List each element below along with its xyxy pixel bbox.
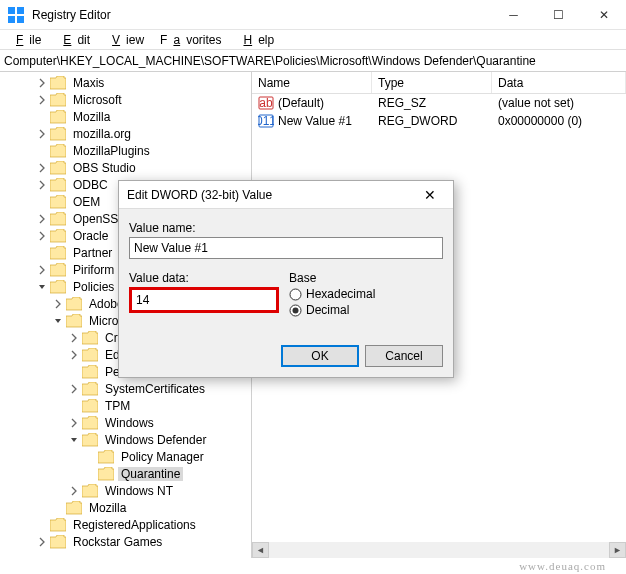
folder-icon bbox=[66, 314, 82, 328]
tree-node[interactable]: Windows Defender bbox=[0, 431, 251, 448]
tree-node[interactable]: Maxis bbox=[0, 74, 251, 91]
svg-point-10 bbox=[293, 307, 299, 313]
tree-node[interactable]: MozillaPlugins bbox=[0, 142, 251, 159]
tree-label: Policies bbox=[70, 280, 117, 294]
expand-closed-icon[interactable] bbox=[36, 213, 48, 225]
tree-node[interactable]: Microsoft bbox=[0, 91, 251, 108]
tree-label: Rockstar Games bbox=[70, 535, 165, 549]
tree-spacer bbox=[52, 502, 64, 514]
expand-closed-icon[interactable] bbox=[68, 485, 80, 497]
menu-help[interactable]: Help bbox=[231, 31, 280, 49]
expand-closed-icon[interactable] bbox=[36, 162, 48, 174]
expand-open-icon[interactable] bbox=[36, 281, 48, 293]
menu-edit[interactable]: Edit bbox=[51, 31, 96, 49]
tree-spacer bbox=[68, 366, 80, 378]
expand-closed-icon[interactable] bbox=[36, 128, 48, 140]
scroll-left-icon[interactable]: ◄ bbox=[252, 542, 269, 558]
svg-rect-1 bbox=[17, 7, 24, 14]
expand-closed-icon[interactable] bbox=[68, 417, 80, 429]
folder-icon bbox=[98, 467, 114, 481]
horizontal-scrollbar[interactable]: ◄ ► bbox=[252, 542, 626, 558]
expand-closed-icon[interactable] bbox=[52, 298, 64, 310]
tree-node[interactable]: Rockstar Games bbox=[0, 533, 251, 550]
reg-sz-icon: ab bbox=[258, 95, 274, 111]
list-row[interactable]: 011New Value #1REG_DWORD0x00000000 (0) bbox=[252, 112, 626, 130]
tree-node[interactable]: Quarantine bbox=[0, 465, 251, 482]
svg-rect-3 bbox=[17, 16, 24, 23]
expand-closed-icon[interactable] bbox=[36, 179, 48, 191]
address-bar[interactable]: Computer\HKEY_LOCAL_MACHINE\SOFTWARE\Pol… bbox=[0, 50, 626, 72]
menu-favorites[interactable]: Favorites bbox=[154, 31, 227, 49]
dialog-close-button[interactable]: ✕ bbox=[415, 187, 445, 203]
tree-label: TPM bbox=[102, 399, 133, 413]
expand-closed-icon[interactable] bbox=[68, 383, 80, 395]
tree-node[interactable]: Windows bbox=[0, 414, 251, 431]
menu-file[interactable]: File bbox=[4, 31, 47, 49]
tree-node[interactable]: Windows NT bbox=[0, 482, 251, 499]
tree-node[interactable]: RegisteredApplications bbox=[0, 516, 251, 533]
folder-icon bbox=[82, 484, 98, 498]
tree-label: Windows bbox=[102, 416, 157, 430]
folder-icon bbox=[50, 144, 66, 158]
tree-spacer bbox=[36, 145, 48, 157]
window-title: Registry Editor bbox=[32, 8, 491, 22]
expand-closed-icon[interactable] bbox=[36, 77, 48, 89]
tree-node[interactable]: Mozilla bbox=[0, 499, 251, 516]
ok-button[interactable]: OK bbox=[281, 345, 359, 367]
tree-label: RegisteredApplications bbox=[70, 518, 199, 532]
folder-icon bbox=[50, 280, 66, 294]
radio-hexadecimal[interactable]: Hexadecimal bbox=[289, 287, 443, 301]
folder-icon bbox=[50, 76, 66, 90]
tree-spacer bbox=[36, 111, 48, 123]
tree-node[interactable]: Policy Manager bbox=[0, 448, 251, 465]
maximize-button[interactable]: ☐ bbox=[536, 0, 581, 30]
value-name-label: Value name: bbox=[129, 221, 443, 235]
radio-checked-icon bbox=[289, 304, 302, 317]
tree-node[interactable]: SystemCertificates bbox=[0, 380, 251, 397]
expand-open-icon[interactable] bbox=[68, 434, 80, 446]
column-data[interactable]: Data bbox=[492, 72, 626, 93]
value-data-input[interactable] bbox=[129, 287, 279, 313]
folder-icon bbox=[50, 161, 66, 175]
close-button[interactable]: ✕ bbox=[581, 0, 626, 30]
scroll-right-icon[interactable]: ► bbox=[609, 542, 626, 558]
expand-closed-icon[interactable] bbox=[36, 536, 48, 548]
base-label: Base bbox=[289, 271, 443, 285]
tree-node[interactable]: Mozilla bbox=[0, 108, 251, 125]
tree-node[interactable]: TPM bbox=[0, 397, 251, 414]
folder-icon bbox=[98, 450, 114, 464]
edit-dword-dialog: Edit DWORD (32-bit) Value ✕ Value name: … bbox=[118, 180, 454, 378]
titlebar: Registry Editor ─ ☐ ✕ bbox=[0, 0, 626, 30]
folder-icon bbox=[50, 93, 66, 107]
tree-label: Piriform bbox=[70, 263, 117, 277]
value-name: New Value #1 bbox=[278, 114, 352, 128]
svg-rect-0 bbox=[8, 7, 15, 14]
tree-label: OEM bbox=[70, 195, 103, 209]
folder-icon bbox=[82, 331, 98, 345]
expand-closed-icon[interactable] bbox=[36, 264, 48, 276]
column-name[interactable]: Name bbox=[252, 72, 372, 93]
minimize-button[interactable]: ─ bbox=[491, 0, 536, 30]
column-type[interactable]: Type bbox=[372, 72, 492, 93]
expand-closed-icon[interactable] bbox=[68, 332, 80, 344]
tree-label: Windows NT bbox=[102, 484, 176, 498]
tree-spacer bbox=[84, 468, 96, 480]
menu-view[interactable]: View bbox=[100, 31, 150, 49]
radio-decimal[interactable]: Decimal bbox=[289, 303, 443, 317]
tree-node[interactable]: mozilla.org bbox=[0, 125, 251, 142]
reg-dword-icon: 011 bbox=[258, 113, 274, 129]
tree-label: mozilla.org bbox=[70, 127, 134, 141]
list-row[interactable]: ab(Default)REG_SZ(value not set) bbox=[252, 94, 626, 112]
value-name-input[interactable] bbox=[129, 237, 443, 259]
tree-label: Policy Manager bbox=[118, 450, 207, 464]
tree-spacer bbox=[36, 519, 48, 531]
expand-closed-icon[interactable] bbox=[36, 230, 48, 242]
tree-node[interactable]: OBS Studio bbox=[0, 159, 251, 176]
tree-label: ODBC bbox=[70, 178, 111, 192]
expand-closed-icon[interactable] bbox=[36, 94, 48, 106]
tree-label: MozillaPlugins bbox=[70, 144, 153, 158]
tree-label: Oracle bbox=[70, 229, 111, 243]
cancel-button[interactable]: Cancel bbox=[365, 345, 443, 367]
expand-open-icon[interactable] bbox=[52, 315, 64, 327]
expand-closed-icon[interactable] bbox=[68, 349, 80, 361]
